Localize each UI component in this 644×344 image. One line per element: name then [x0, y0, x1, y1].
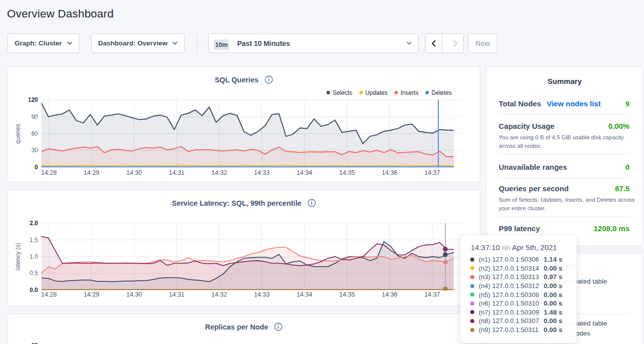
svg-text:14:32: 14:32	[212, 169, 227, 176]
svg-text:14:36: 14:36	[382, 291, 397, 298]
svg-text:1.0: 1.0	[29, 253, 38, 260]
svg-text:14:35: 14:35	[339, 169, 354, 176]
svg-text:60: 60	[31, 130, 38, 137]
svg-text:14:34: 14:34	[297, 291, 312, 298]
svg-text:14:29: 14:29	[84, 169, 99, 176]
svg-text:2.0: 2.0	[29, 220, 38, 227]
svg-text:90: 90	[31, 113, 38, 120]
svg-text:0.5: 0.5	[29, 270, 38, 277]
svg-text:0: 0	[34, 164, 38, 171]
svg-text:30: 30	[31, 147, 38, 154]
svg-text:120: 120	[28, 96, 38, 103]
svg-text:14:30: 14:30	[126, 291, 142, 298]
svg-text:queries: queries	[14, 124, 21, 143]
svg-text:14:29: 14:29	[84, 291, 99, 298]
svg-text:0.0: 0.0	[29, 287, 38, 294]
svg-text:1.5: 1.5	[29, 237, 38, 244]
svg-text:14:31: 14:31	[169, 169, 184, 176]
svg-text:14:33: 14:33	[254, 169, 270, 176]
svg-text:14:30: 14:30	[126, 169, 142, 176]
svg-text:14:28: 14:28	[41, 291, 56, 298]
svg-text:latency (s): latency (s)	[14, 243, 21, 270]
svg-text:14:33: 14:33	[254, 291, 270, 298]
svg-text:14:34: 14:34	[297, 169, 312, 176]
svg-text:14:37: 14:37	[424, 291, 440, 298]
svg-text:14:36: 14:36	[382, 169, 397, 176]
svg-text:14:31: 14:31	[169, 291, 184, 298]
svg-text:80: 80	[31, 342, 38, 344]
svg-text:14:35: 14:35	[339, 291, 354, 298]
svg-text:14:32: 14:32	[212, 291, 227, 298]
svg-text:14:28: 14:28	[41, 169, 56, 176]
svg-text:14:37: 14:37	[424, 169, 440, 176]
